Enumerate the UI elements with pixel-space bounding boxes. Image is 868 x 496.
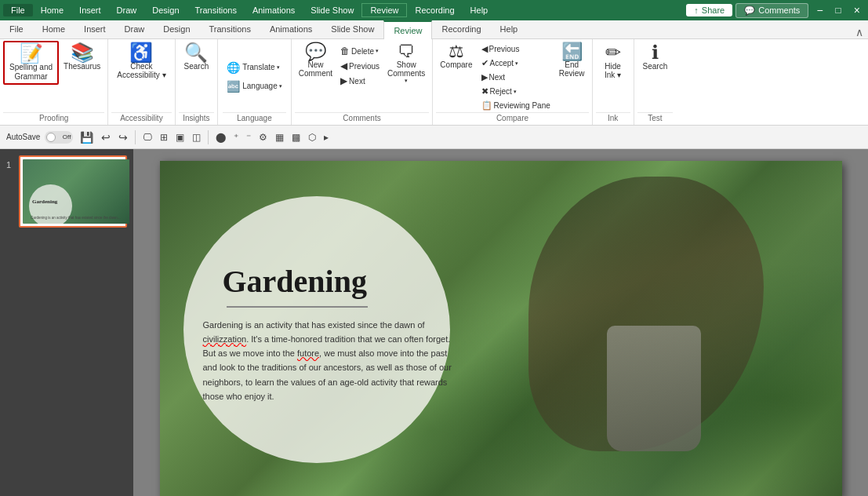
new-comment-button[interactable]: 💬 New Comment	[295, 41, 336, 80]
menu-slideshow[interactable]: Slide Show	[303, 4, 361, 16]
tab-home[interactable]: Home	[33, 20, 74, 38]
slide-divider	[227, 306, 368, 308]
hide-ink-button[interactable]: ✏ Hide Ink ▾	[596, 41, 630, 82]
slide-canvas[interactable]: Gardening Gardening is an activity that …	[160, 161, 842, 496]
end-review-button[interactable]: 🔚 End Review	[555, 41, 589, 80]
minimize-button[interactable]: −	[812, 4, 827, 16]
ribbon-collapse-icon[interactable]: ∧	[851, 26, 868, 38]
menu-design[interactable]: Design	[144, 4, 187, 16]
tab-file[interactable]: File	[0, 20, 33, 38]
reviewing-pane-button[interactable]: 📋 Reviewing Pane	[478, 99, 554, 112]
toolbar-icon-11[interactable]: ⬡	[306, 131, 318, 144]
next-comment-button[interactable]: ▶ Next	[337, 74, 383, 88]
menu-transitions[interactable]: Transitions	[187, 4, 245, 16]
thesaurus-icon: 📚	[71, 43, 94, 62]
next-change-button[interactable]: ▶ Next	[478, 71, 554, 84]
misspelled-futore: futore	[297, 348, 319, 358]
menu-draw[interactable]: Draw	[109, 4, 145, 16]
ink-label: Ink	[596, 112, 630, 123]
previous-change-icon: ◀	[481, 44, 488, 54]
tab-recording[interactable]: Recording	[432, 20, 490, 38]
tab-design[interactable]: Design	[154, 20, 199, 38]
language-button[interactable]: 🔤 Language ▾	[223, 78, 286, 95]
search-insights-icon: 🔍	[184, 43, 208, 62]
ribbon-group-ink: ✏ Hide Ink ▾ Ink	[593, 39, 634, 125]
present-icon[interactable]: 🖵	[140, 131, 154, 144]
ribbon-group-accessibility: ♿ Check Accessibility ▾ Accessibility	[108, 39, 175, 125]
menu-help[interactable]: Help	[463, 4, 496, 16]
check-accessibility-button[interactable]: ♿ Check Accessibility ▾	[111, 41, 171, 82]
save-icon[interactable]: 💾	[78, 130, 96, 144]
spelling-grammar-button[interactable]: 📝 Spelling and Grammar	[3, 41, 59, 85]
toolbar-icon-3[interactable]: ▣	[173, 131, 187, 144]
tab-slideshow[interactable]: Slide Show	[321, 20, 383, 38]
translate-icon: 🌐	[227, 61, 240, 74]
compare-icon: ⚖	[449, 43, 464, 60]
language-label: Language	[223, 112, 286, 123]
new-comment-icon: 💬	[305, 43, 326, 60]
hide-ink-icon: ✏	[605, 43, 621, 62]
tab-insert[interactable]: Insert	[74, 20, 115, 38]
toolbar-icon-4[interactable]: ◫	[190, 131, 203, 144]
next-comment-icon: ▶	[340, 75, 347, 86]
redo-icon[interactable]: ↪	[116, 130, 130, 144]
watering-can	[607, 326, 701, 451]
menu-recording[interactable]: Recording	[407, 4, 462, 16]
undo-icon[interactable]: ↩	[99, 130, 113, 144]
menu-insert[interactable]: Insert	[71, 4, 109, 16]
toolbar-separator-2	[208, 130, 209, 144]
ribbon-group-insights: 🔍 Search Insights	[176, 39, 219, 125]
autosave-toggle[interactable]: Off	[45, 131, 73, 144]
delete-icon: 🗑	[340, 46, 350, 57]
previous-comment-button[interactable]: ◀ Previous	[337, 59, 383, 73]
toolbar-icon-10[interactable]: ▩	[289, 131, 303, 144]
delete-button[interactable]: 🗑 Delete ▾	[337, 44, 383, 58]
toggle-knob	[46, 133, 56, 142]
share-icon: ↑	[694, 5, 699, 15]
slide-title: Gardening	[223, 263, 367, 300]
share-button[interactable]: ↑ Share	[686, 4, 732, 16]
translate-button[interactable]: 🌐 Translate ▾	[223, 59, 286, 76]
menu-animations[interactable]: Animations	[245, 4, 303, 16]
tab-animations[interactable]: Animations	[260, 20, 321, 38]
accessibility-icon: ♿	[129, 43, 153, 62]
compare-button[interactable]: ⚖ Compare	[436, 41, 476, 71]
menu-review[interactable]: Review	[361, 3, 407, 17]
tab-help[interactable]: Help	[491, 20, 528, 38]
ribbon-group-comments: 💬 New Comment 🗑 Delete ▾ ◀ Previous ▶ Ne…	[292, 39, 434, 125]
search-test-icon: ℹ	[652, 43, 659, 62]
tab-review[interactable]: Review	[383, 20, 432, 39]
slide-1-thumbnail[interactable]: 1 Gardening Gardening is an activity tha…	[19, 155, 127, 228]
ribbon-group-proofing: 📝 Spelling and Grammar 📚 Thesaurus Proof…	[0, 39, 108, 125]
toolbar-icon-5[interactable]: ⬤	[213, 131, 228, 144]
toolbar-icon-2[interactable]: ⊞	[158, 131, 170, 144]
slides-panel: 1 Gardening Gardening is an activity tha…	[0, 149, 133, 496]
toolbar-icon-6[interactable]: ⁺	[231, 131, 241, 144]
search-test-button[interactable]: ℹ Search	[637, 41, 674, 73]
accept-button[interactable]: ✔ Accept ▾	[478, 57, 554, 70]
menu-home[interactable]: Home	[33, 4, 71, 16]
slide-1-content: Gardening Gardening is an activity that …	[23, 159, 129, 224]
menu-file[interactable]: File	[3, 4, 33, 16]
next-change-icon: ▶	[481, 72, 488, 82]
toolbar-icon-12[interactable]: ▸	[321, 131, 331, 144]
toolbar-icon-9[interactable]: ▦	[273, 131, 286, 144]
thesaurus-button[interactable]: 📚 Thesaurus	[60, 41, 104, 73]
toolbar-icon-8[interactable]: ⚙	[256, 131, 270, 144]
show-comments-button[interactable]: 🗨 Show Comments ▾	[383, 41, 429, 86]
reject-button[interactable]: ✖ Reject ▾	[478, 85, 554, 98]
tab-transitions[interactable]: Transitions	[200, 20, 260, 38]
tab-draw[interactable]: Draw	[115, 20, 154, 38]
previous-change-button[interactable]: ◀ Previous	[478, 42, 554, 56]
comments-button[interactable]: 💬 Comments	[735, 3, 808, 18]
search-insights-button[interactable]: 🔍 Search	[179, 41, 215, 73]
toggle-off-label: Off	[63, 133, 71, 140]
reject-icon: ✖	[481, 86, 488, 97]
close-button[interactable]: ×	[849, 4, 865, 16]
comments-bubble-icon: 💬	[744, 5, 755, 16]
show-comments-icon: 🗨	[398, 43, 415, 60]
autosave-label: AutoSave	[6, 133, 40, 141]
toolbar-icon-7[interactable]: ⁻	[244, 131, 253, 144]
test-label: Test	[637, 112, 674, 123]
maximize-button[interactable]: □	[831, 5, 846, 16]
